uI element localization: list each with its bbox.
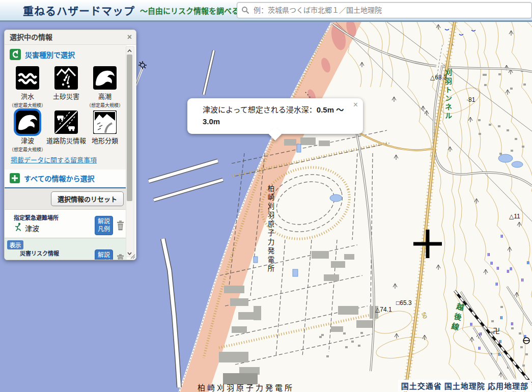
label-plant-vertical: 柏崎刈羽原子力発電所	[267, 185, 275, 274]
tooltip-close-button[interactable]: ×	[353, 101, 358, 109]
disaster-icon-landslide[interactable]: 土砂災害	[46, 64, 86, 108]
layer-name: 津波	[25, 224, 101, 234]
svg-text:II: II	[496, 266, 499, 271]
svg-text:II: II	[490, 261, 493, 266]
disaster-heading: 災害種別で選択	[25, 49, 75, 60]
svg-text:II: II	[526, 260, 529, 265]
disaster-icon-storm-surge[interactable]: 高潮 （想定最大規模）	[86, 64, 124, 108]
flood-icon	[16, 66, 39, 90]
disaster-icon-road-info[interactable]: 道路防災情報	[46, 108, 86, 153]
search-box[interactable]	[237, 2, 532, 18]
road-info-icon	[54, 110, 78, 134]
legend-button[interactable]: 解説 凡例	[95, 216, 113, 235]
storm-surge-icon	[93, 66, 117, 90]
panel-title: 選択中の情報	[10, 33, 52, 41]
svg-text:II: II	[495, 282, 498, 287]
scrollbar-thumb[interactable]	[127, 54, 132, 201]
temple-symbol: 卍	[493, 327, 500, 335]
label-plant-bottom: 柏崎刈羽原子力発電所	[198, 383, 294, 392]
legend-button[interactable]: 解説 凡例	[95, 249, 113, 260]
svg-text:II: II	[478, 346, 481, 351]
layer-item-evacuation: 指定緊急避難場所 津波 解説 凡例	[5, 210, 127, 238]
reset-strip: 選択情報のリセット	[5, 188, 127, 210]
panel-title-bar: 選択中の情報 ×	[5, 30, 136, 45]
disaster-icon-landform[interactable]: 地形分類	[86, 108, 124, 153]
header-bar: 重ねるハザードマップ ～自由にリスク情報を調べる～	[0, 0, 532, 22]
svg-text:II: II	[521, 277, 523, 283]
visibility-badge: 表示	[7, 240, 23, 249]
svg-text:II: II	[510, 266, 512, 271]
disaster-heading-row[interactable]: 災害種別で選択	[10, 49, 124, 60]
panel-scrollbar[interactable]	[126, 46, 134, 257]
panel-close-button[interactable]: ×	[127, 30, 132, 44]
layer-name: 津波浸水想定（想定最大規模）	[20, 259, 96, 260]
back-arrow-icon	[10, 49, 21, 60]
reset-selection-button[interactable]: 選択情報のリセット	[51, 191, 124, 206]
delete-layer-button[interactable]	[116, 220, 125, 231]
app-title: 重ねるハザードマップ	[23, 3, 135, 18]
attribution: 国土交通省 国土地理院 応用地理部	[398, 380, 531, 391]
disaster-icon-tsunami[interactable]: 津波 （想定最大規模）	[9, 108, 46, 153]
map-tooltip: 津波によって想定される浸水深：0.5m ～ 3.0m ×	[187, 98, 363, 134]
elevation-65: □65.3	[396, 299, 412, 306]
disaster-icon-grid: 洪水 （想定最大規模） 土砂災害	[9, 64, 124, 153]
data-notes-link[interactable]: 掲載データに関する留意事項	[11, 155, 97, 164]
delete-layer-button[interactable]	[116, 254, 125, 260]
search-input[interactable]	[253, 6, 531, 15]
disaster-icon-flood[interactable]: 洪水 （想定最大規模）	[9, 64, 46, 108]
plus-icon	[10, 173, 20, 183]
elevation-74: △74.1	[375, 306, 392, 313]
label-kariwa-tunnel: 刈羽トンネル	[444, 68, 452, 121]
search-icon	[241, 6, 249, 14]
tsunami-icon	[16, 110, 39, 134]
layer-item-tsunami-risk: 表示 災害リスク情報 津波浸水想定（想定最大規模） 解説 凡例	[5, 238, 127, 260]
panel-resize-handle[interactable]	[130, 254, 135, 259]
select-all-info-link[interactable]: すべての情報から選択	[5, 170, 127, 188]
evacuation-person-icon	[14, 222, 22, 232]
app-subtitle: ～自由にリスク情報を調べる～	[140, 5, 247, 16]
elevation-81: ·81	[466, 96, 475, 103]
landslide-icon	[54, 66, 78, 90]
svg-text:II: II	[500, 315, 502, 320]
svg-text:II: II	[511, 321, 513, 326]
elevation-11: △11	[509, 213, 520, 220]
svg-text:II: II	[507, 269, 509, 274]
svg-text:II: II	[487, 252, 490, 257]
svg-text:II: II	[470, 322, 472, 327]
landform-icon	[93, 110, 117, 134]
scroll-up-icon[interactable]	[126, 47, 133, 54]
disaster-section: 災害種別で選択 洪水 （想定最大規模）	[5, 45, 127, 170]
panel-body: 災害種別で選択 洪水 （想定最大規模）	[5, 45, 127, 260]
svg-text:II: II	[500, 234, 503, 239]
info-panel: 選択中の情報 × 災害種別で選択	[4, 30, 136, 260]
tooltip-text: 津波によって想定される浸水深：	[203, 105, 317, 114]
